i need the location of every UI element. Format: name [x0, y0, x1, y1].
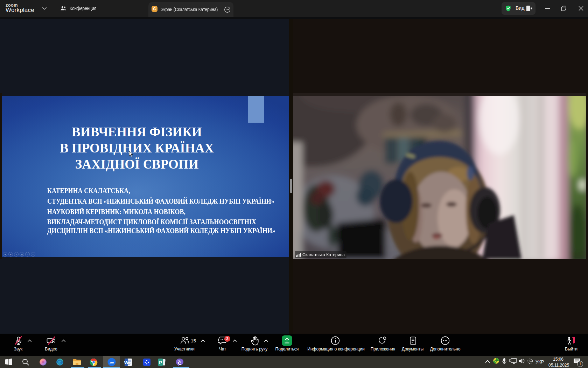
- svg-text:W: W: [124, 360, 129, 365]
- svg-text:zm: zm: [110, 361, 114, 364]
- svg-text:P: P: [159, 360, 162, 365]
